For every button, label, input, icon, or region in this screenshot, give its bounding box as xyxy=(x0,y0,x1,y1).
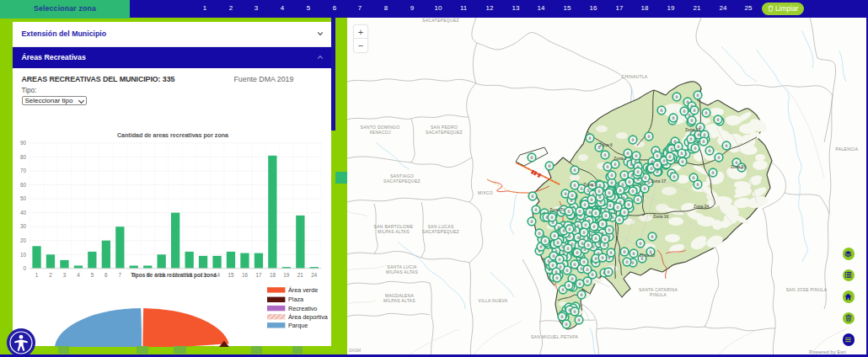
svg-text:SACATEPEQUEZ: SACATEPEQUEZ xyxy=(383,178,421,184)
svg-text:XENACOJ: XENACOJ xyxy=(369,130,391,135)
svg-text:Cantidad de areas recreativas: Cantidad de areas recreativas por zona xyxy=(116,131,228,138)
svg-text:15: 15 xyxy=(228,271,234,277)
svg-text:Zona 2: Zona 2 xyxy=(613,157,627,161)
svg-text:MILPAS ALTAS: MILPAS ALTAS xyxy=(383,298,415,303)
svg-text:Plaza: Plaza xyxy=(288,296,303,303)
svg-text:Zona 15: Zona 15 xyxy=(640,253,655,258)
svg-text:Zona 16: Zona 16 xyxy=(653,215,668,219)
svg-text:Zona 7: Zona 7 xyxy=(549,208,563,212)
svg-text:SAN LUCAS: SAN LUCAS xyxy=(427,224,453,229)
svg-text:90: 90 xyxy=(19,140,26,146)
svg-text:19: 19 xyxy=(283,271,290,277)
svg-text:CHINAUTLA: CHINAUTLA xyxy=(621,74,647,79)
svg-text:MAGDALENA: MAGDALENA xyxy=(385,293,414,298)
svg-text:70: 70 xyxy=(19,168,26,173)
svg-text:0: 0 xyxy=(23,265,26,271)
svg-text:SANTO DOMINGO: SANTO DOMINGO xyxy=(361,125,400,130)
svg-text:SAN PEDRO: SAN PEDRO xyxy=(431,125,458,130)
svg-text:24: 24 xyxy=(311,271,318,277)
svg-text:MIXCO: MIXCO xyxy=(478,190,493,195)
svg-text:SACATEPEQUEZ: SACATEPEQUEZ xyxy=(426,130,463,135)
svg-text:SANTA LUCIA: SANTA LUCIA xyxy=(387,264,417,269)
svg-text:60: 60 xyxy=(19,181,26,187)
svg-text:Tipos de área recreativa por z: Tipos de área recreativa por zona xyxy=(131,272,217,279)
svg-text:SANTIAGO: SANTIAGO xyxy=(390,173,414,178)
svg-text:50: 50 xyxy=(19,195,26,201)
svg-text:6: 6 xyxy=(104,271,108,277)
svg-text:16: 16 xyxy=(241,271,248,277)
svg-text:Área verde: Área verde xyxy=(288,285,318,293)
svg-text:10: 10 xyxy=(19,251,26,257)
svg-text:Parque: Parque xyxy=(288,321,308,328)
svg-text:Zona 24: Zona 24 xyxy=(694,205,709,209)
svg-text:40: 40 xyxy=(19,209,26,215)
svg-text:SAN BARTOLOME: SAN BARTOLOME xyxy=(374,224,414,229)
svg-text:5: 5 xyxy=(90,271,94,277)
svg-text:1: 1 xyxy=(35,271,38,277)
svg-text:Recreativo: Recreativo xyxy=(288,304,317,312)
svg-text:Zona 18: Zona 18 xyxy=(685,128,700,132)
svg-text:SAN MIGUEL PETAPA: SAN MIGUEL PETAPA xyxy=(531,334,578,339)
svg-text:PALENCIA: PALENCIA xyxy=(836,147,859,152)
svg-text:7: 7 xyxy=(118,271,121,277)
svg-text:2: 2 xyxy=(49,271,52,277)
svg-text:VILLA NUEVA: VILLA NUEVA xyxy=(479,298,508,303)
svg-text:PINULA: PINULA xyxy=(650,292,667,297)
svg-text:3: 3 xyxy=(62,271,66,277)
svg-text:Zona 6: Zona 6 xyxy=(599,143,613,147)
svg-text:SANTA CATARINA: SANTA CATARINA xyxy=(639,287,678,292)
svg-text:21: 21 xyxy=(297,271,303,277)
svg-text:Zona 1: Zona 1 xyxy=(583,183,597,187)
svg-text:MILPAS ALTAS: MILPAS ALTAS xyxy=(386,269,418,274)
svg-text:SACATEPEQUEZ: SACATEPEQUEZ xyxy=(422,229,459,234)
svg-text:4: 4 xyxy=(77,271,80,277)
svg-text:Zona 25: Zona 25 xyxy=(731,165,746,169)
svg-text:20: 20 xyxy=(19,237,26,242)
svg-text:SAN JOSE PINULA: SAN JOSE PINULA xyxy=(786,287,828,292)
svg-text:30: 30 xyxy=(19,223,26,229)
svg-text:SACATEPEQUEZ: SACATEPEQUEZ xyxy=(422,18,459,23)
svg-text:80: 80 xyxy=(19,153,26,159)
svg-text:MILPAS ALTAS: MILPAS ALTAS xyxy=(378,229,410,234)
svg-text:17: 17 xyxy=(255,271,262,277)
svg-text:18: 18 xyxy=(269,271,276,277)
svg-text:Área deportiva: Área deportiva xyxy=(288,312,328,320)
svg-text:Zona 17: Zona 17 xyxy=(651,179,666,184)
